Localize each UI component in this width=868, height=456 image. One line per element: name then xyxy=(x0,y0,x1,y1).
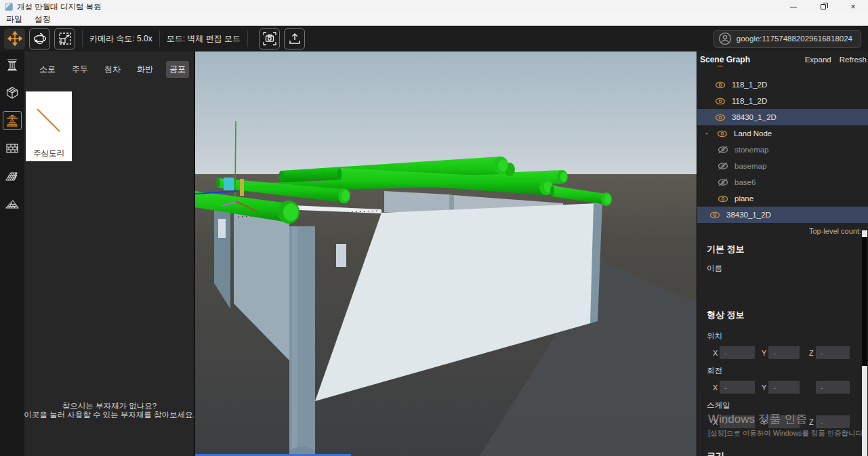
app-icon xyxy=(5,3,13,11)
right-panel: Scene Graph Expand Refresh xyxy=(697,51,868,456)
rotation-z-input[interactable] xyxy=(816,381,850,394)
properties-scrollbar[interactable] xyxy=(862,230,867,456)
titlebar: 개성 만월대 디지털 복원 × xyxy=(0,0,868,14)
shape-info-header: 형상 정보 xyxy=(707,309,868,321)
scale-z-input[interactable] xyxy=(816,415,850,428)
screenshot-button[interactable] xyxy=(259,28,280,49)
category-rooftile-button[interactable] xyxy=(3,167,22,186)
position-x-input[interactable] xyxy=(720,346,755,359)
move-tool-button[interactable] xyxy=(4,28,25,49)
part-card-jusimdori[interactable]: 주심도리 xyxy=(26,91,72,161)
move-icon xyxy=(7,31,22,46)
scale-y-input[interactable] xyxy=(768,415,800,428)
tree-node-clipped[interactable] xyxy=(697,66,868,77)
menu-file[interactable]: 파일 xyxy=(0,14,28,26)
position-fields: X Y Z xyxy=(707,346,868,359)
tree-node-stonemap[interactable]: stonemap xyxy=(697,142,868,158)
mode-label: 모드: 벽체 편집 모드 xyxy=(167,33,241,45)
top-level-count: Top-level count: xyxy=(697,227,868,238)
close-button[interactable]: × xyxy=(838,0,868,14)
category-bracket-button[interactable] xyxy=(3,111,22,130)
roof-frame-icon xyxy=(5,196,20,211)
tree-node-label: Land Node xyxy=(734,129,772,138)
axis-y-label: Y xyxy=(762,418,768,426)
sky xyxy=(195,51,697,174)
bracket-icon xyxy=(5,113,20,128)
tree-node-label: plane xyxy=(735,194,753,203)
collapse-toggle[interactable]: - xyxy=(705,129,711,138)
scale-fields: X Y Z xyxy=(707,415,868,428)
visibility-eye-icon[interactable] xyxy=(717,130,728,138)
axis-x-label: X xyxy=(713,384,720,392)
tree-node-label: 118_1_2D xyxy=(732,81,767,89)
part-thumbnail xyxy=(26,91,72,148)
account-badge[interactable]: google:117574882029616818024 xyxy=(714,30,861,48)
axis-z-label: Z xyxy=(809,349,816,357)
hint-line2: 이곳을 눌러 사용할 수 있는 부자재를 찾아보세요. xyxy=(8,411,211,419)
toolbar-separator xyxy=(247,30,248,47)
tab-hwaban[interactable]: 화반 xyxy=(129,61,161,78)
toolbar-separator xyxy=(159,30,160,47)
category-wall-button[interactable] xyxy=(3,139,22,158)
rotate-tool-button[interactable] xyxy=(29,28,50,49)
category-column-button[interactable] xyxy=(3,56,22,75)
position-y-input[interactable] xyxy=(768,346,800,359)
tree-node-land-node[interactable]: - Land Node xyxy=(697,125,868,142)
scene-graph-header: Scene Graph Expand Refresh xyxy=(697,51,868,66)
position-z-input[interactable] xyxy=(816,346,850,359)
restore-icon xyxy=(821,4,826,9)
axis-y-label: Y xyxy=(762,384,768,392)
viewport-scene xyxy=(195,51,697,456)
rotation-label: 회전 xyxy=(707,366,868,376)
axis-z-label: Z xyxy=(809,418,816,426)
minimize-button[interactable] xyxy=(779,0,808,14)
menu-settings[interactable]: 설정 xyxy=(28,14,57,26)
visibility-eye-icon[interactable] xyxy=(715,81,726,89)
scrollbar-thumb[interactable] xyxy=(862,237,867,366)
upload-button[interactable] xyxy=(284,28,305,49)
visibility-hidden-icon[interactable] xyxy=(718,146,728,154)
rotation-fields: X Y Z xyxy=(707,381,868,394)
tree-node-118-1-2d[interactable]: 118_1_2D xyxy=(697,93,868,109)
tree-node-basemap[interactable]: basemap xyxy=(697,158,868,174)
rotation-x-input[interactable] xyxy=(720,381,755,394)
rotation-y-input[interactable] xyxy=(768,381,800,394)
visibility-eye-icon[interactable] xyxy=(715,98,726,105)
basic-info-header: 기본 정보 xyxy=(707,243,868,255)
tree-node-label: 118_1_2D xyxy=(732,97,767,105)
name-label: 이름 xyxy=(707,264,868,274)
account-id: google:117574882029616818024 xyxy=(737,35,852,43)
scale-tool-button[interactable] xyxy=(54,28,75,49)
visibility-hidden-icon[interactable] xyxy=(718,178,728,186)
refresh-button[interactable]: Refresh xyxy=(840,56,867,64)
category-roof-button[interactable] xyxy=(3,194,22,213)
scale-x-input[interactable] xyxy=(720,415,755,428)
tree-node-38430-1-2d[interactable]: 38430_1_2D xyxy=(697,207,868,223)
tree-node-plane[interactable]: plane xyxy=(697,190,868,207)
parts-tabs: 소로 주두 첨차 화반 공포 xyxy=(31,61,192,78)
viewport-3d[interactable] xyxy=(195,51,697,456)
visibility-eye-icon[interactable] xyxy=(709,211,720,219)
visibility-eye-icon[interactable] xyxy=(715,66,726,67)
toolbar-separator xyxy=(82,30,83,47)
category-icon-strip xyxy=(0,51,24,456)
category-block-button[interactable] xyxy=(3,83,22,102)
tab-gongpo[interactable]: 공포 xyxy=(166,61,189,78)
find-parts-hint[interactable]: 찾으시는 부자재가 없나요? 이곳을 눌러 사용할 수 있는 부자재를 찾아보세… xyxy=(8,402,211,419)
tree-node-base6[interactable]: base6 xyxy=(697,174,868,190)
maximize-button[interactable] xyxy=(808,0,838,14)
tree-node-38430-1-2d[interactable]: 38430_1_2D xyxy=(697,109,868,125)
tab-soro[interactable]: 소로 xyxy=(31,61,64,78)
brick-wall-icon xyxy=(5,141,20,156)
tab-judu[interactable]: 주두 xyxy=(64,61,96,78)
column-icon xyxy=(5,58,20,72)
expand-button[interactable]: Expand xyxy=(805,56,831,64)
visibility-eye-icon[interactable] xyxy=(718,195,728,203)
visibility-hidden-icon[interactable] xyxy=(718,162,728,170)
tab-cheomcha[interactable]: 첨차 xyxy=(96,61,129,78)
hint-line1: 찾으시는 부자재가 없나요? xyxy=(8,402,211,411)
visibility-eye-icon[interactable] xyxy=(715,114,726,121)
tree-node-118-1-2d[interactable]: 118_1_2D xyxy=(697,77,868,93)
upload-icon xyxy=(287,31,302,46)
menubar: 파일 설정 xyxy=(0,14,868,26)
